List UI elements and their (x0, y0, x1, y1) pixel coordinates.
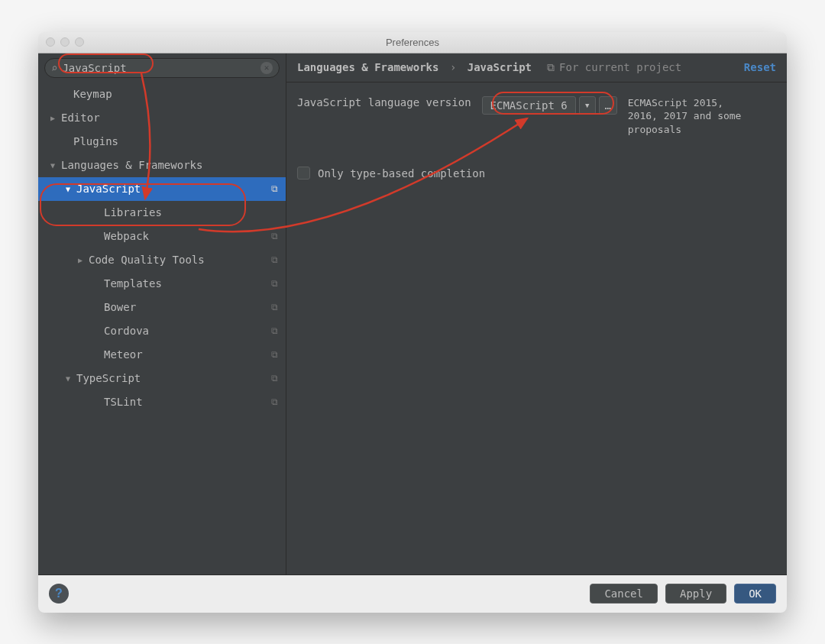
search-wrap: ⌕ ✕ (38, 53, 286, 83)
copy-icon: ⧉ (271, 302, 278, 312)
tree-item-libraries[interactable]: Libraries (38, 201, 286, 225)
copy-icon: ⧉ (271, 325, 278, 336)
tree-item-label: Languages & Frameworks (61, 159, 278, 171)
tree-item-code-quality-tools[interactable]: ▶Code Quality Tools⧉ (38, 248, 286, 272)
tree-item-label: Webpack (104, 230, 271, 242)
tree-item-languages-frameworks[interactable]: ▼Languages & Frameworks (38, 154, 286, 177)
search-input[interactable] (62, 62, 260, 74)
content: ⌕ ✕ Keymap▶EditorPlugins▼Languages & Fra… (38, 53, 787, 574)
language-version-label: JavaScript language version (297, 96, 471, 108)
footer: ? Cancel Apply OK (38, 574, 787, 613)
search-icon: ⌕ (51, 62, 57, 74)
type-based-completion-checkbox[interactable] (297, 167, 310, 180)
window-title: Preferences (386, 37, 439, 48)
breadcrumb-parent: Languages & Frameworks (297, 61, 438, 73)
tree-item-label: Meteor (104, 348, 271, 361)
tree-item-typescript[interactable]: ▼TypeScript⧉ (38, 367, 286, 390)
tree-item-editor[interactable]: ▶Editor (38, 106, 286, 130)
zoom-window-button[interactable] (75, 37, 84, 47)
tree-item-label: TSLint (104, 396, 271, 408)
tree-item-tslint[interactable]: TSLint⧉ (38, 390, 286, 414)
titlebar: Preferences (38, 32, 787, 53)
tree-item-label: Bower (104, 301, 271, 313)
tree-item-meteor[interactable]: Meteor⧉ (38, 343, 286, 367)
copy-icon: ⧉ (271, 183, 278, 194)
copy-icon: ⧉ (271, 373, 278, 383)
tree-item-label: Libraries (104, 206, 278, 218)
tree-item-label: Plugins (73, 135, 278, 147)
language-version-dropdown[interactable]: ECMAScript 6 ▼ … (482, 96, 617, 115)
project-scope-label: For current project (559, 61, 681, 73)
tree-item-label: Editor (61, 112, 278, 124)
copy-icon: ⧉ (271, 231, 278, 241)
tree-item-cordova[interactable]: Cordova⧉ (38, 319, 286, 343)
clear-search-icon[interactable]: ✕ (260, 62, 273, 74)
tree-item-templates[interactable]: Templates⧉ (38, 272, 286, 296)
tree-arrow-icon[interactable]: ▶ (75, 256, 86, 264)
tree-item-label: Keymap (73, 88, 278, 100)
copy-icon: ⧉ (271, 396, 278, 407)
traffic-lights (46, 37, 84, 47)
tree-arrow-icon[interactable]: ▼ (63, 185, 73, 193)
preferences-window: Preferences ⌕ ✕ Keymap▶EditorPlugins▼Lan… (38, 32, 787, 613)
tree-item-plugins[interactable]: Plugins (38, 130, 286, 154)
tree-item-label: TypeScript (76, 372, 271, 384)
minimize-window-button[interactable] (60, 37, 70, 47)
dropdown-arrow-icon[interactable]: ▼ (579, 96, 596, 115)
copy-icon: ⧉ (271, 349, 278, 360)
tree-item-keymap[interactable]: Keymap (38, 83, 286, 106)
reset-link[interactable]: Reset (744, 61, 776, 73)
main-panel: Languages & Frameworks › JavaScript ⧉ Fo… (286, 53, 787, 574)
tree-item-label: Cordova (104, 325, 271, 337)
help-button[interactable]: ? (49, 584, 69, 604)
breadcrumb-current: JavaScript (467, 61, 532, 73)
tree-arrow-icon[interactable]: ▼ (47, 161, 58, 170)
tree-arrow-icon[interactable]: ▶ (47, 114, 58, 122)
breadcrumb-separator: › (450, 61, 456, 73)
settings-tree[interactable]: Keymap▶EditorPlugins▼Languages & Framewo… (38, 83, 286, 574)
completion-checkbox-row: Only type-based completion (297, 167, 776, 180)
tree-item-label: JavaScript (76, 183, 271, 195)
language-version-row: JavaScript language version ECMAScript 6… (297, 96, 776, 137)
tree-item-label: Code Quality Tools (89, 254, 271, 266)
dropdown-more-button[interactable]: … (599, 96, 617, 115)
tree-item-label: Templates (104, 277, 271, 290)
breadcrumb: Languages & Frameworks › JavaScript (297, 61, 532, 73)
language-version-description: ECMAScript 2015, 2016, 2017 and some pro… (628, 96, 742, 137)
type-based-completion-label: Only type-based completion (318, 167, 485, 180)
project-scope: ⧉ For current project (547, 61, 681, 74)
copy-icon: ⧉ (547, 61, 555, 74)
tree-item-webpack[interactable]: Webpack⧉ (38, 225, 286, 248)
main-header: Languages & Frameworks › JavaScript ⧉ Fo… (286, 53, 787, 83)
apply-button[interactable]: Apply (665, 584, 726, 604)
tree-item-bower[interactable]: Bower⧉ (38, 296, 286, 319)
search-box[interactable]: ⌕ ✕ (44, 58, 280, 78)
copy-icon: ⧉ (271, 278, 278, 289)
copy-icon: ⧉ (271, 254, 278, 265)
sidebar: ⌕ ✕ Keymap▶EditorPlugins▼Languages & Fra… (38, 53, 286, 574)
tree-item-javascript[interactable]: ▼JavaScript⧉ (38, 177, 286, 201)
close-window-button[interactable] (46, 37, 55, 47)
tree-arrow-icon[interactable]: ▼ (63, 374, 73, 383)
language-version-value[interactable]: ECMAScript 6 (482, 96, 576, 115)
main-body: JavaScript language version ECMAScript 6… (286, 83, 787, 194)
ok-button[interactable]: OK (734, 584, 776, 604)
cancel-button[interactable]: Cancel (590, 584, 658, 604)
